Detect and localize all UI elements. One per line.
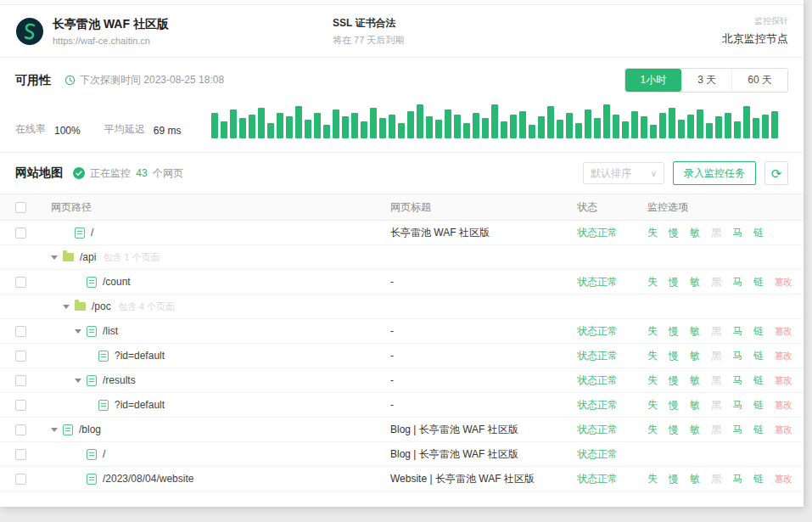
path-cell: /list (41, 325, 380, 337)
tree-caret-icon[interactable] (63, 305, 70, 309)
uptime-bar (445, 109, 451, 138)
probe-node[interactable]: 北京监控节点 (722, 31, 788, 47)
monitor-badge[interactable]: 篡改 (775, 424, 792, 436)
page-title: - (390, 325, 394, 337)
tree-caret-icon[interactable] (75, 329, 81, 334)
monitor-badge[interactable]: 慢 (669, 472, 679, 486)
tree-caret-icon[interactable] (51, 428, 58, 432)
monitor-badge[interactable]: 失 (647, 324, 658, 339)
page-path[interactable]: /poc (92, 300, 111, 312)
monitor-badge[interactable]: 链 (753, 373, 764, 388)
monitor-badge[interactable]: 敏 (690, 324, 700, 339)
time-range-button[interactable]: 1小时 (625, 69, 682, 92)
tree-caret-icon[interactable] (75, 379, 81, 383)
monitor-badge[interactable]: 黑 (711, 423, 721, 437)
monitor-badge[interactable]: 链 (753, 226, 764, 240)
monitor-badge[interactable]: 敏 (690, 398, 700, 413)
row-checkbox[interactable] (15, 474, 26, 485)
monitor-badge[interactable]: 篡改 (775, 473, 792, 486)
monitor-badge[interactable]: 慢 (669, 324, 679, 339)
monitor-badge[interactable]: 链 (753, 398, 764, 413)
tree-caret-icon[interactable] (51, 255, 58, 260)
page-path[interactable]: /2023/08/04/website (103, 473, 193, 485)
select-all-checkbox[interactable] (15, 202, 26, 213)
monitor-badge[interactable]: 马 (732, 398, 742, 413)
row-checkbox[interactable] (15, 326, 26, 337)
monitor-badge[interactable]: 敏 (690, 226, 700, 240)
sort-select[interactable]: 默认排序 ∨ (583, 162, 664, 184)
monitor-badge[interactable]: 马 (732, 226, 742, 240)
page-path[interactable]: /results (103, 374, 136, 386)
monitor-badge[interactable]: 黑 (711, 275, 721, 289)
monitor-badge[interactable]: 链 (753, 349, 764, 363)
monitor-badge[interactable]: 敏 (690, 275, 700, 289)
monitor-badge[interactable]: 失 (647, 472, 658, 486)
page-title: Website | 长亭雷池 WAF 社区版 (390, 472, 535, 486)
monitor-badge[interactable]: 马 (732, 324, 742, 339)
row-checkbox[interactable] (15, 424, 26, 435)
monitor-badge[interactable]: 敏 (690, 423, 700, 437)
table-row: /results-状态正常失慢敏黑马链篡改 (0, 368, 804, 393)
monitor-badge[interactable]: 慢 (669, 226, 679, 240)
monitor-badge[interactable]: 链 (753, 423, 764, 437)
monitor-badge[interactable]: 慢 (669, 349, 679, 363)
monitor-badge[interactable]: 黑 (711, 398, 721, 413)
monitor-badge[interactable]: 敏 (690, 472, 700, 486)
page-path[interactable]: ?id=default (115, 399, 165, 411)
monitor-badge[interactable]: 马 (732, 423, 742, 437)
monitor-badge[interactable]: 马 (732, 472, 742, 486)
page-path[interactable]: ?id=default (115, 350, 165, 362)
monitor-badge[interactable]: 失 (647, 373, 658, 388)
page-path[interactable]: / (103, 448, 105, 460)
page-path[interactable]: /count (103, 276, 131, 288)
row-checkbox[interactable] (15, 227, 26, 239)
time-range-button[interactable]: 60 天 (731, 69, 787, 92)
options-cell: 失慢敏黑马链 (637, 226, 804, 240)
monitor-badge[interactable]: 慢 (669, 275, 679, 289)
monitor-badge[interactable]: 敏 (690, 349, 700, 363)
monitor-badge[interactable]: 失 (647, 226, 658, 240)
monitor-badge[interactable]: 马 (732, 373, 742, 388)
row-checkbox[interactable] (15, 375, 26, 386)
monitor-badge[interactable]: 链 (753, 472, 764, 486)
uptime-bar (725, 113, 731, 138)
latency-value: 69 ms (154, 125, 182, 138)
monitor-badge[interactable]: 马 (732, 275, 742, 289)
monitor-badge[interactable]: 链 (753, 275, 764, 289)
monitor-badge[interactable]: 失 (647, 423, 658, 437)
site-url-link[interactable]: https://waf-ce.chaitin.cn (53, 36, 333, 46)
monitor-badge[interactable]: 黑 (711, 226, 721, 240)
monitor-badge[interactable]: 篡改 (775, 325, 792, 338)
page-path[interactable]: /list (103, 325, 118, 337)
monitor-badge[interactable]: 慢 (669, 423, 679, 437)
monitor-badge[interactable]: 篡改 (775, 350, 792, 362)
monitor-badge[interactable]: 敏 (690, 373, 700, 388)
monitor-badge[interactable]: 马 (732, 349, 742, 363)
monitor-badge[interactable]: 黑 (711, 349, 721, 363)
row-checkbox[interactable] (15, 277, 26, 288)
monitor-badge[interactable]: 失 (647, 398, 658, 413)
monitor-badge[interactable]: 篡改 (775, 399, 792, 412)
refresh-button[interactable]: ⟳ (764, 161, 788, 185)
monitor-badge[interactable]: 黑 (711, 324, 721, 339)
add-monitor-task-button[interactable]: 录入监控任务 (673, 161, 756, 185)
row-checkbox[interactable] (15, 400, 26, 411)
monitor-badge[interactable]: 篡改 (775, 374, 792, 387)
time-range-button[interactable]: 3 天 (681, 69, 731, 92)
monitor-badge[interactable]: 失 (647, 275, 658, 289)
page-icon (75, 227, 85, 239)
page-path[interactable]: /api (80, 251, 96, 263)
monitor-badge[interactable]: 黑 (711, 373, 721, 388)
status-text: 状态正常 (577, 373, 618, 388)
monitor-badge[interactable]: 篡改 (775, 276, 792, 289)
page-path[interactable]: / (91, 227, 93, 239)
path-cell: /api包含 1 个页面 (41, 251, 380, 264)
monitor-badge[interactable]: 失 (647, 349, 658, 363)
page-path[interactable]: /blog (79, 424, 101, 435)
row-checkbox[interactable] (15, 449, 26, 460)
row-checkbox[interactable] (15, 351, 26, 362)
monitor-badge[interactable]: 黑 (711, 472, 721, 486)
monitor-badge[interactable]: 慢 (669, 373, 679, 388)
monitor-badge[interactable]: 慢 (669, 398, 679, 413)
monitor-badge[interactable]: 链 (753, 324, 764, 339)
